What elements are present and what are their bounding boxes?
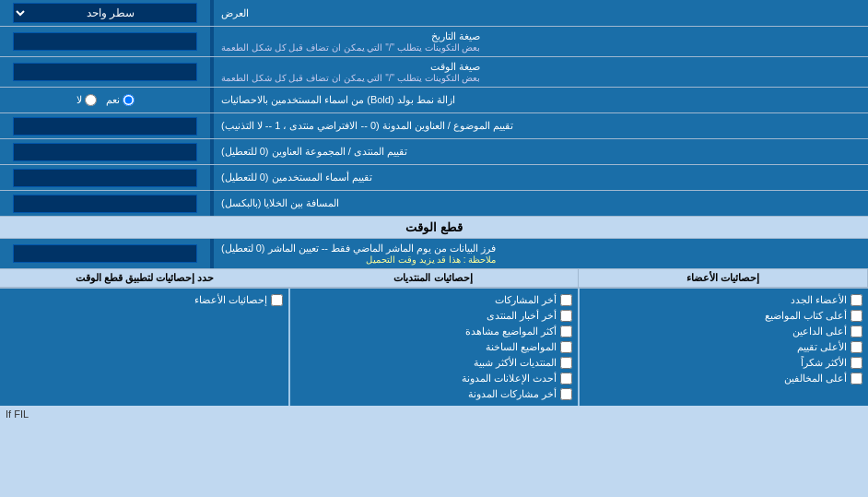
stats-header-col1: حدد إحصائيات لتطبيق قطع الوقت: [0, 269, 288, 287]
checkbox-item: أعلى الداعين: [585, 324, 862, 339]
checkbox-latest-blog-posts[interactable]: [560, 388, 572, 400]
date-format-input-cell: d-m: [0, 27, 212, 56]
stats-header-row: إحصائيات الأعضاء إحصائيات المنتديات حدد …: [0, 269, 868, 288]
checkbox-col-members: الأعضاء الجدد أعلى كتاب المواضيع أعلى ال…: [579, 289, 868, 406]
main-container: العرض سطر واحد سطرين صيغة التاريخ بعض ال…: [0, 0, 868, 422]
time-cut-input[interactable]: 0: [13, 244, 197, 263]
forum-groups-row: تقييم المنتدى / المجموعة العناوين (0 للت…: [0, 139, 868, 165]
time-format-row: صيغة الوقت بعض التكوينات يتطلب "/" التي …: [0, 57, 868, 88]
bold-label: ازالة نمط بولد (Bold) من اسماء المستخدمي…: [212, 88, 868, 112]
checkbox-top-topic-writers[interactable]: [850, 310, 862, 322]
checkbox-top-rated[interactable]: [850, 341, 862, 353]
usernames-input[interactable]: 0: [13, 169, 197, 187]
topics-titles-label: تقييم الموضوع / العناوين المدونة (0 -- ا…: [212, 113, 868, 138]
cell-space-input[interactable]: 2: [13, 195, 197, 213]
checkbox-item: أخر أخبار المنتدى: [296, 308, 573, 324]
stats-header-col3: إحصائيات الأعضاء: [579, 269, 868, 287]
checkbox-item: أكثر المواضيع مشاهدة: [296, 324, 573, 339]
bold-yes-label[interactable]: نعم: [106, 94, 135, 106]
bold-yes-radio[interactable]: [123, 94, 135, 106]
checkbox-item: المنتديات الأكثر شبية: [296, 355, 573, 371]
checkbox-item: الأعلى تقييم: [585, 339, 862, 355]
cell-space-label: المسافة بين الخلايا (بالبكسل): [212, 191, 868, 216]
checkbox-item: أخر مشاركات المدونة: [296, 386, 573, 402]
cell-space-row: المسافة بين الخلايا (بالبكسل) 2: [0, 191, 868, 217]
bold-no-radio[interactable]: [85, 94, 97, 106]
time-cut-input-cell: 0: [0, 239, 212, 268]
forum-groups-input-cell: 33: [0, 139, 212, 164]
forum-groups-label: تقييم المنتدى / المجموعة العناوين (0 للت…: [212, 139, 868, 164]
cell-space-input-cell: 2: [0, 191, 212, 216]
stats-header-col2: إحصائيات المنتديات: [288, 269, 578, 287]
topics-titles-input[interactable]: 33: [13, 117, 197, 136]
usernames-label: تقييم أسماء المستخدمين (0 للتعطيل): [212, 165, 868, 190]
checkbox-item: إحصائيات الأعضاء: [6, 292, 283, 308]
date-format-input[interactable]: d-m: [13, 32, 197, 51]
time-format-input[interactable]: H:i: [13, 63, 197, 81]
time-cut-row: فرز البيانات من يوم الماشر الماضي فقط --…: [0, 239, 868, 269]
display-label: العرض: [212, 0, 868, 26]
checkbox-top-violators[interactable]: [850, 373, 862, 385]
footer: If FIL: [0, 406, 868, 422]
display-row: العرض سطر واحد سطرين: [0, 0, 868, 27]
checkbox-hot-topics[interactable]: [560, 341, 572, 353]
checkbox-col-stats: إحصائيات الأعضاء: [0, 289, 289, 406]
checkboxes-area: الأعضاء الجدد أعلى كتاب المواضيع أعلى ال…: [0, 288, 868, 406]
checkbox-latest-posts[interactable]: [560, 294, 572, 306]
checkbox-item: أعلى المخالفين: [585, 371, 862, 386]
checkbox-item: أخر المشاركات: [296, 292, 573, 308]
date-format-label: صيغة التاريخ بعض التكوينات يتطلب "/" الت…: [212, 27, 868, 56]
checkbox-most-active-forums[interactable]: [560, 357, 572, 369]
forum-groups-input[interactable]: 33: [13, 143, 197, 161]
checkbox-new-members[interactable]: [850, 294, 862, 306]
checkbox-member-stats[interactable]: [271, 294, 283, 306]
display-input-cell: سطر واحد سطرين: [0, 0, 212, 26]
checkbox-item: المواضيع الساخنة: [296, 339, 573, 355]
time-cut-header: قطع الوقت: [0, 217, 868, 239]
checkbox-item: الأكثر شكراً: [585, 355, 862, 371]
time-format-label: صيغة الوقت بعض التكوينات يتطلب "/" التي …: [212, 57, 868, 87]
checkbox-most-viewed[interactable]: [560, 325, 572, 337]
time-format-input-cell: H:i: [0, 57, 212, 87]
time-cut-label: فرز البيانات من يوم الماشر الماضي فقط --…: [212, 239, 868, 268]
checkbox-item: أحدث الإعلانات المدونة: [296, 371, 573, 386]
usernames-row: تقييم أسماء المستخدمين (0 للتعطيل) 0: [0, 165, 868, 191]
usernames-input-cell: 0: [0, 165, 212, 190]
checkbox-latest-announcements[interactable]: [560, 373, 572, 385]
bold-radio-cell: نعم لا: [0, 88, 212, 112]
checkbox-item: الأعضاء الجدد: [585, 292, 862, 308]
date-format-row: صيغة التاريخ بعض التكوينات يتطلب "/" الت…: [0, 27, 868, 57]
bold-no-label[interactable]: لا: [76, 94, 97, 106]
checkbox-col-forums: أخر المشاركات أخر أخبار المنتدى أكثر الم…: [289, 289, 580, 406]
checkbox-top-inviters[interactable]: [850, 325, 862, 337]
display-select[interactable]: سطر واحد سطرين: [13, 3, 197, 23]
topics-titles-row: تقييم الموضوع / العناوين المدونة (0 -- ا…: [0, 113, 868, 139]
topics-titles-input-cell: 33: [0, 113, 212, 138]
checkbox-latest-forum-news[interactable]: [560, 310, 572, 322]
checkbox-most-thankful[interactable]: [850, 357, 862, 369]
checkbox-item: أعلى كتاب المواضيع: [585, 308, 862, 324]
bold-row: ازالة نمط بولد (Bold) من اسماء المستخدمي…: [0, 88, 868, 113]
